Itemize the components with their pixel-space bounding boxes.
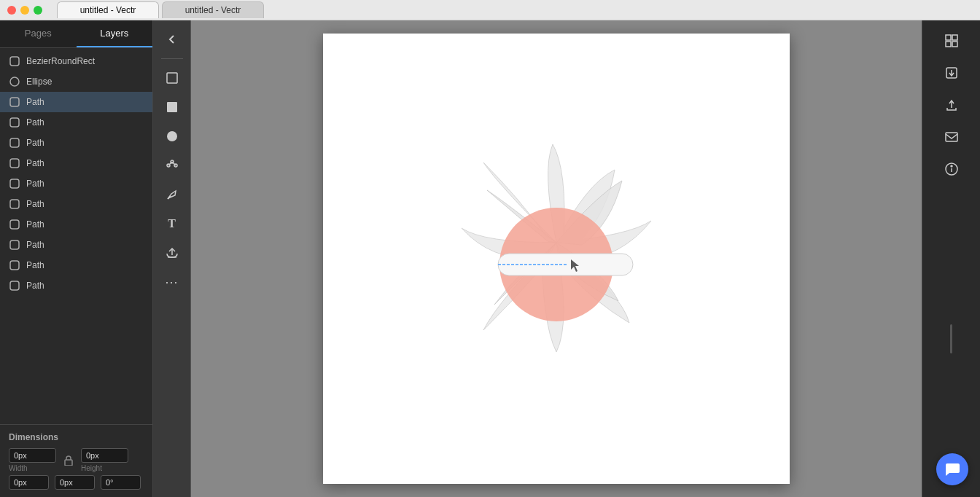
layer-label: Path bbox=[26, 240, 44, 250]
chat-button[interactable] bbox=[936, 453, 968, 485]
path-icon bbox=[9, 55, 20, 67]
circle-tool-button[interactable] bbox=[159, 123, 185, 149]
path-icon bbox=[9, 137, 20, 149]
layer-label: Path bbox=[26, 97, 44, 107]
path-icon bbox=[9, 157, 20, 169]
layer-label: BezierRoundRect bbox=[26, 56, 95, 66]
canvas-area[interactable] bbox=[191, 20, 922, 497]
width-label: Width bbox=[9, 464, 56, 472]
canvas-background bbox=[191, 20, 922, 497]
layer-label: Path bbox=[26, 260, 44, 270]
layer-list: BezierRoundRect Ellipse Path bbox=[0, 48, 152, 424]
dimensions-title: Dimensions bbox=[9, 432, 144, 442]
canvas-page[interactable] bbox=[323, 34, 790, 484]
export-button[interactable] bbox=[937, 90, 966, 120]
import-button[interactable] bbox=[937, 58, 966, 87]
layer-label: Path bbox=[26, 117, 44, 128]
list-item[interactable]: Path bbox=[0, 153, 152, 173]
list-item[interactable]: Path bbox=[0, 112, 152, 133]
share-button[interactable] bbox=[937, 122, 966, 152]
upload-button[interactable] bbox=[159, 240, 185, 266]
window-controls bbox=[0, 6, 42, 15]
rotation-input[interactable] bbox=[101, 475, 141, 490]
path-icon bbox=[9, 96, 20, 108]
pages-tab[interactable]: Pages bbox=[0, 20, 77, 47]
path-icon bbox=[9, 280, 20, 291]
path-icon bbox=[9, 178, 20, 189]
svg-rect-3 bbox=[167, 102, 177, 112]
path-icon bbox=[9, 219, 20, 230]
svg-rect-2 bbox=[167, 73, 177, 83]
list-item[interactable]: BezierRoundRect bbox=[0, 51, 152, 71]
pen-tool-button[interactable] bbox=[159, 181, 185, 208]
toolbar-separator bbox=[161, 58, 183, 59]
dimensions-panel: Dimensions Width Height bbox=[0, 424, 152, 497]
path-icon bbox=[9, 117, 20, 128]
svg-rect-15 bbox=[952, 35, 957, 40]
path-icon bbox=[9, 239, 20, 251]
layer-label: Path bbox=[26, 158, 44, 168]
close-button[interactable] bbox=[7, 6, 16, 15]
list-item[interactable]: Path bbox=[0, 235, 152, 255]
right-panel bbox=[922, 20, 980, 497]
list-item[interactable]: Path bbox=[0, 255, 152, 275]
resize-handle bbox=[950, 187, 952, 491]
list-item[interactable]: Path bbox=[0, 173, 152, 194]
layer-label: Path bbox=[26, 219, 44, 230]
canvas-artwork bbox=[440, 126, 673, 391]
path-icon bbox=[9, 198, 20, 210]
back-button[interactable] bbox=[159, 26, 185, 52]
layer-label: Path bbox=[26, 138, 44, 148]
layer-label: Ellipse bbox=[26, 77, 52, 87]
layers-tab[interactable]: Layers bbox=[77, 20, 153, 47]
grid-button[interactable] bbox=[937, 26, 966, 55]
dimensions-xyz-row bbox=[9, 475, 144, 490]
path-icon bbox=[9, 259, 20, 271]
svg-point-24 bbox=[951, 165, 952, 167]
info-button[interactable] bbox=[937, 154, 966, 184]
height-input[interactable] bbox=[81, 448, 128, 463]
width-group: Width bbox=[9, 448, 56, 472]
list-item[interactable]: Path bbox=[0, 275, 152, 296]
svg-rect-17 bbox=[952, 42, 957, 47]
tool-bar: T ··· bbox=[153, 20, 191, 497]
y-input[interactable] bbox=[55, 475, 95, 490]
x-input[interactable] bbox=[9, 475, 49, 490]
svg-point-4 bbox=[167, 131, 177, 141]
title-bar: untitled - Vectr untitled - Vectr bbox=[0, 0, 980, 20]
ellipse-icon bbox=[9, 76, 20, 87]
list-item[interactable]: Path bbox=[0, 214, 152, 235]
list-item[interactable]: Path bbox=[0, 92, 152, 112]
list-item[interactable]: Ellipse bbox=[0, 71, 152, 92]
svg-rect-16 bbox=[946, 42, 951, 47]
left-sidebar: Pages Layers BezierRoundRect bbox=[0, 20, 153, 497]
width-input[interactable] bbox=[9, 448, 56, 463]
tab-2[interactable]: untitled - Vectr bbox=[162, 1, 264, 18]
layer-label: Path bbox=[26, 281, 44, 291]
svg-rect-14 bbox=[946, 35, 951, 40]
fill-tool-button[interactable] bbox=[159, 94, 185, 120]
text-tool-button[interactable]: T bbox=[159, 211, 185, 237]
main-layout: Pages Layers BezierRoundRect bbox=[0, 20, 980, 497]
more-tools-button[interactable]: ··· bbox=[159, 269, 185, 295]
dimensions-wh-row: Width Height bbox=[9, 448, 144, 472]
tab-1[interactable]: untitled - Vectr bbox=[57, 1, 159, 18]
maximize-button[interactable] bbox=[34, 6, 42, 15]
select-tool-button[interactable] bbox=[159, 65, 185, 91]
svg-point-0 bbox=[10, 77, 19, 86]
lock-button[interactable] bbox=[62, 454, 75, 467]
layer-label: Path bbox=[26, 199, 44, 209]
layer-label: Path bbox=[26, 179, 44, 189]
list-item[interactable]: Path bbox=[0, 133, 152, 153]
minimize-button[interactable] bbox=[20, 6, 29, 15]
svg-rect-21 bbox=[946, 133, 957, 141]
height-label: Height bbox=[81, 464, 128, 472]
svg-rect-1 bbox=[65, 460, 72, 466]
list-item[interactable]: Path bbox=[0, 194, 152, 214]
sidebar-tab-bar: Pages Layers bbox=[0, 20, 152, 48]
tab-bar: untitled - Vectr untitled - Vectr bbox=[42, 1, 980, 18]
node-tool-button[interactable] bbox=[159, 152, 185, 179]
height-group: Height bbox=[81, 448, 128, 472]
